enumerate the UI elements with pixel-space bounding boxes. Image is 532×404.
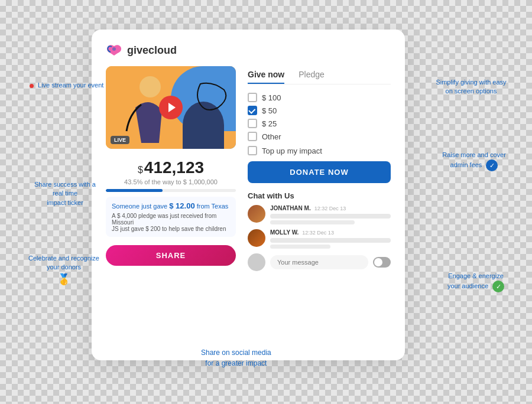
msg-bubble-2	[270, 238, 391, 243]
givecloud-logo-icon	[106, 44, 122, 57]
label-100: $ 100	[262, 93, 281, 102]
annotation-simplify: Simplify giving with easy on screen opti…	[433, 78, 510, 96]
medal-emoji: 🥇	[57, 273, 70, 285]
annotation-live-stream: Live stream your event	[30, 81, 103, 90]
ticker-box: Someone just gave $ 12.00 from Texas A $…	[106, 197, 236, 237]
send-toggle[interactable]	[373, 257, 391, 268]
msg-bubble-line-2	[270, 245, 330, 249]
ticker-pre: Someone just gave	[112, 203, 167, 210]
annotation-raise: Raise more and cover admin fees ✓	[433, 151, 515, 171]
option-100: $ 100	[248, 93, 391, 102]
ticker-amount: $ 12.00	[169, 201, 194, 210]
chat-title: Chat with Us	[248, 191, 391, 200]
brand-name: givecloud	[127, 44, 177, 57]
checkbox-50[interactable]	[248, 106, 257, 115]
progress-bar-container	[106, 189, 236, 192]
svg-point-1	[140, 76, 161, 97]
label-25: $ 25	[262, 119, 277, 128]
chat-message-2: MOLLY W. 12:32 Dec 13	[248, 229, 391, 249]
progress-label: 43.5% of the way to $ 1,000,000	[106, 178, 236, 185]
annotation-engage: Engage & energize your audience ✓	[437, 272, 514, 292]
donate-button[interactable]: DONATE NOW	[248, 161, 391, 183]
annotation-live-stream-text: Live stream your event	[38, 82, 103, 89]
right-panel: Give now Pledge $ 100 $ 50 $ 25	[248, 66, 391, 271]
option-25: $ 25	[248, 119, 391, 128]
msg-bubble-1	[270, 214, 391, 219]
ticker-line1: Someone just gave $ 12.00 from Texas	[112, 201, 230, 210]
label-50: $ 50	[262, 106, 277, 115]
impact-amount: 412,123	[144, 158, 204, 177]
chat-section: Chat with Us JONATHAN M. 12:32 Dec 13	[248, 191, 391, 271]
option-other: Other	[248, 132, 391, 141]
live-badge: LIVE	[111, 136, 129, 144]
annotation-celebrate-text: Celebrate and recognize your donors	[28, 255, 99, 271]
play-button[interactable]	[159, 96, 183, 119]
avatar-jonathan	[248, 205, 265, 223]
share-button[interactable]: SHARE	[106, 245, 236, 266]
annotation-celebrate: Celebrate and recognize your donors 🥇	[28, 254, 99, 287]
checkbox-25[interactable]	[248, 119, 257, 128]
video-thumbnail[interactable]: LIVE	[106, 66, 236, 149]
share-social-label: Share on social media for a greater impa…	[201, 348, 271, 367]
msg-name-2: MOLLY W.	[270, 229, 299, 236]
share-social-text: Share on social media for a greater impa…	[201, 347, 271, 369]
msg-time-1: 12:32 Dec 13	[314, 206, 346, 211]
msg-content-1: JONATHAN M. 12:32 Dec 13	[270, 205, 391, 224]
check-circle-icon: ✓	[486, 159, 498, 171]
checkbox-other[interactable]	[248, 132, 257, 141]
currency-symbol: $	[138, 165, 143, 175]
check-green-icon: ✓	[492, 281, 504, 292]
donation-options: $ 100 $ 50 $ 25 Other Top up my impact	[248, 93, 391, 155]
msg-content-2: MOLLY W. 12:32 Dec 13	[270, 229, 391, 249]
label-other: Other	[262, 132, 281, 141]
tab-give-now[interactable]: Give now	[248, 66, 284, 84]
checkbox-100[interactable]	[248, 93, 257, 102]
top-up-row: Top up my impact	[248, 146, 391, 155]
msg-name-1: JONATHAN M.	[270, 205, 311, 211]
annotation-simplify-text: Simplify giving with easy on screen opti…	[436, 79, 506, 95]
svg-point-0	[112, 47, 116, 51]
progress-bar-fill	[106, 189, 163, 192]
msg-time-2: 12:32 Dec 13	[302, 230, 334, 236]
ticker-line2: A $ 4,000 pledge was just received from …	[112, 213, 230, 232]
annotation-share: Share success with a real time impact ti…	[33, 180, 98, 207]
chat-input[interactable]	[270, 255, 368, 269]
msg-bubble-line-1	[270, 220, 355, 224]
annotation-share-text: Share success with a real time impact ti…	[34, 181, 96, 206]
option-50: $ 50	[248, 106, 391, 115]
label-topup: Top up my impact	[262, 146, 322, 155]
main-card: givecloud	[92, 30, 405, 360]
chat-message-1: JONATHAN M. 12:32 Dec 13	[248, 205, 391, 224]
checkbox-topup[interactable]	[248, 146, 257, 155]
play-icon	[168, 103, 176, 112]
left-panel: LIVE $ 412,123 43.5% of the way to $ 1,0…	[106, 66, 236, 271]
tabs: Give now Pledge	[248, 66, 391, 84]
avatar-input	[248, 253, 265, 271]
live-dot	[30, 84, 34, 88]
chat-input-row	[248, 253, 391, 271]
avatar-molly	[248, 229, 265, 247]
ticker-post: from Texas	[197, 203, 229, 210]
impact-section: $ 412,123 43.5% of the way to $ 1,000,00…	[106, 158, 236, 266]
tab-pledge[interactable]: Pledge	[299, 66, 325, 84]
logo-row: givecloud	[106, 44, 391, 57]
